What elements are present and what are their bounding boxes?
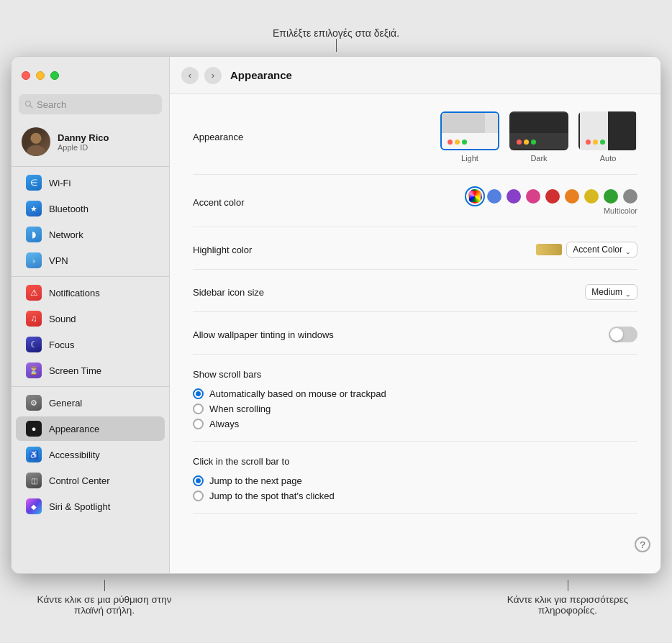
scroll-scrolling-label: When scrolling bbox=[209, 403, 271, 414]
sidebar-item-accessibility[interactable]: ♿ Accessibility bbox=[16, 442, 165, 467]
sidebar-item-controlcenter[interactable]: ◫ Control Center bbox=[16, 468, 165, 493]
accessibility-icon: ♿ bbox=[26, 447, 42, 462]
help-button[interactable]: ? bbox=[635, 537, 650, 552]
siri-icon: ◆ bbox=[26, 498, 42, 514]
svg-point-2 bbox=[30, 133, 41, 144]
accent-orange[interactable] bbox=[565, 189, 579, 204]
dot-green-auto bbox=[600, 140, 605, 145]
accent-graphite[interactable] bbox=[623, 189, 637, 204]
click-scroll-bar-label: Click in the scroll bar to bbox=[193, 456, 637, 467]
appearance-thumb-light bbox=[440, 111, 499, 150]
appearance-option-dark[interactable]: Dark bbox=[509, 111, 568, 163]
avatar bbox=[22, 127, 50, 156]
annotation-bottom: Κάντε κλικ σε μια ρύθμιση στην πλαϊνή στ… bbox=[11, 580, 661, 616]
sidebar-icon-size-dropdown[interactable]: Medium bbox=[585, 284, 637, 300]
screentime-icon: ⏳ bbox=[26, 362, 42, 378]
nav-forward-button[interactable]: › bbox=[204, 67, 222, 84]
annotation-bottom-right: Κάντε κλικ για περισσότερες πληροφορίες. bbox=[496, 580, 640, 616]
sidebar-item-notifications[interactable]: ⚠ Notifications bbox=[16, 281, 165, 305]
click-scroll-bar-options: Jump to the next page Jump to the spot t… bbox=[193, 475, 637, 501]
highlight-color-dropdown[interactable]: Accent Color bbox=[566, 242, 637, 257]
sidebar-item-appearance[interactable]: ● Appearance bbox=[16, 416, 165, 441]
appearance-option-light[interactable]: Light bbox=[440, 111, 499, 163]
sidebar-item-vpn[interactable]: ♭ VPN bbox=[16, 248, 165, 273]
search-bar[interactable]: Search bbox=[19, 94, 162, 114]
sidebar-item-focus[interactable]: ☾ Focus bbox=[16, 332, 165, 357]
sidebar-divider-2 bbox=[12, 276, 169, 277]
dot-green bbox=[462, 140, 467, 145]
appearance-option-auto[interactable]: Auto bbox=[578, 111, 637, 163]
highlight-color-label: Highlight color bbox=[193, 245, 252, 255]
scroll-radio-auto bbox=[193, 388, 204, 399]
appearance-options: Light Dark bbox=[440, 111, 637, 163]
accent-colors bbox=[468, 189, 637, 204]
accent-sublabel: Multicolor bbox=[604, 206, 637, 215]
sidebar-label-bluetooth: Bluetooth bbox=[49, 204, 88, 214]
sidebar-item-wifi[interactable]: ∈ Wi-Fi bbox=[16, 170, 165, 195]
controlcenter-icon: ◫ bbox=[26, 473, 42, 488]
accent-purple[interactable] bbox=[507, 189, 521, 204]
sidebar-icon-size-label: Sidebar icon size bbox=[193, 287, 264, 298]
wallpaper-tinting-label: Allow wallpaper tinting in windows bbox=[193, 329, 334, 340]
user-section[interactable]: Danny Rico Apple ID bbox=[12, 120, 169, 163]
accent-green[interactable] bbox=[604, 189, 618, 204]
user-info: Danny Rico Apple ID bbox=[58, 132, 109, 152]
main-content: ‹ › Appearance Appearance bbox=[170, 57, 660, 573]
vpn-icon: ♭ bbox=[26, 252, 42, 268]
sidebar-item-sound[interactable]: ♫ Sound bbox=[16, 306, 165, 331]
accent-multicolor[interactable] bbox=[468, 189, 482, 204]
sidebar-icon-size-value: Medium bbox=[591, 287, 622, 297]
main-titlebar: ‹ › Appearance bbox=[170, 57, 660, 94]
click-radio-next bbox=[193, 475, 204, 486]
main-title: Appearance bbox=[230, 69, 292, 81]
sidebar-item-bluetooth[interactable]: ★ Bluetooth bbox=[16, 196, 165, 221]
accent-pink[interactable] bbox=[526, 189, 540, 204]
dot-red-dark bbox=[517, 140, 522, 145]
minimize-button[interactable] bbox=[36, 71, 45, 80]
appearance-icon: ● bbox=[26, 421, 42, 437]
show-scroll-bars-label: Show scroll bars bbox=[193, 369, 637, 380]
scroll-option-auto[interactable]: Automatically based on mouse or trackpad bbox=[193, 388, 637, 399]
sidebar-label-focus: Focus bbox=[49, 339, 74, 350]
sidebar-label-vpn: VPN bbox=[49, 255, 68, 266]
sidebar: Search Danny Rico Apple ID ∈ Wi-Fi bbox=[12, 57, 170, 573]
sidebar-item-network[interactable]: ◗ Network bbox=[16, 222, 165, 247]
dot-yellow bbox=[455, 140, 460, 145]
sidebar-icon-size-row: Sidebar icon size Medium bbox=[193, 284, 637, 312]
accent-yellow[interactable] bbox=[584, 189, 599, 204]
sidebar-label-siri: Siri & Spotlight bbox=[49, 501, 110, 512]
wallpaper-tinting-toggle[interactable] bbox=[609, 327, 637, 342]
nav-back-button[interactable]: ‹ bbox=[181, 67, 199, 84]
accent-blue[interactable] bbox=[487, 189, 501, 204]
highlight-color-row: Highlight color Accent Color bbox=[193, 242, 637, 270]
highlight-color-value: Accent Color bbox=[573, 245, 622, 255]
sidebar-item-general[interactable]: ⚙ General bbox=[16, 391, 165, 415]
accent-color-label: Accent color bbox=[193, 197, 245, 208]
search-placeholder: Search bbox=[37, 99, 66, 110]
scroll-auto-label: Automatically based on mouse or trackpad bbox=[209, 388, 386, 399]
close-button[interactable] bbox=[22, 71, 30, 80]
dot-green-dark bbox=[531, 140, 536, 145]
click-scroll-bar-section: Click in the scroll bar to Jump to the n… bbox=[193, 456, 637, 514]
click-spot-clicked[interactable]: Jump to the spot that's clicked bbox=[193, 491, 637, 501]
wifi-icon: ∈ bbox=[26, 175, 42, 191]
accent-red[interactable] bbox=[545, 189, 560, 204]
click-radio-spot bbox=[193, 491, 204, 501]
sidebar-item-screentime[interactable]: ⏳ Screen Time bbox=[16, 358, 165, 383]
sidebar-item-siri[interactable]: ◆ Siri & Spotlight bbox=[16, 494, 165, 519]
accent-colors-container: Multicolor bbox=[468, 189, 637, 215]
svg-point-3 bbox=[27, 145, 45, 155]
sidebar-label-network: Network bbox=[49, 229, 83, 240]
appearance-label: Appearance bbox=[193, 132, 243, 142]
appearance-thumb-auto bbox=[578, 111, 637, 150]
sidebar-label-wifi: Wi-Fi bbox=[49, 178, 71, 188]
scroll-option-always[interactable]: Always bbox=[193, 419, 637, 429]
dot-yellow-dark bbox=[524, 140, 529, 145]
highlight-preview bbox=[536, 244, 562, 255]
click-next-page[interactable]: Jump to the next page bbox=[193, 475, 637, 486]
appearance-option-light-label: Light bbox=[461, 154, 478, 163]
sidebar-label-notifications: Notifications bbox=[49, 288, 100, 298]
scroll-option-scrolling[interactable]: When scrolling bbox=[193, 403, 637, 414]
focus-icon: ☾ bbox=[26, 337, 42, 352]
maximize-button[interactable] bbox=[50, 71, 59, 80]
